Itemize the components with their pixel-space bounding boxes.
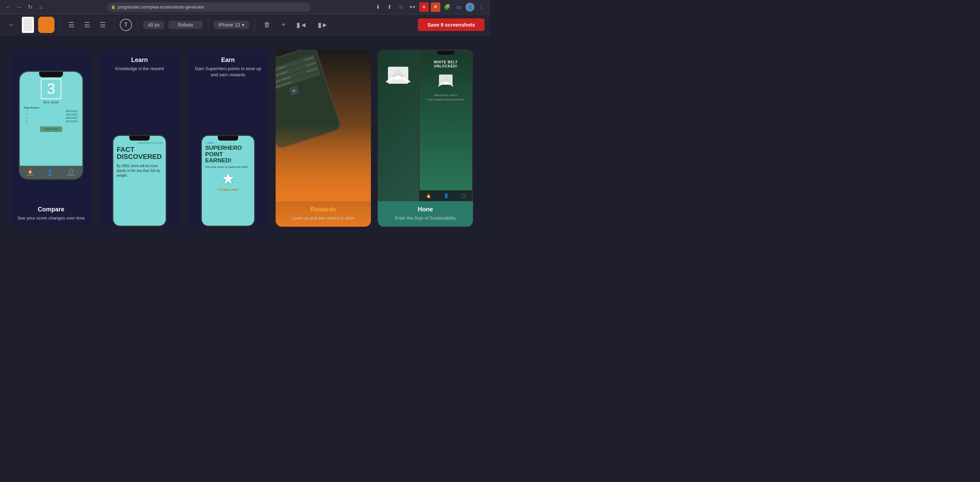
card-compare[interactable]: 3 Nice work! Past Scores ↑ 208/22/2022 ↑…: [10, 50, 92, 227]
window-icon[interactable]: ▭: [454, 2, 463, 12]
tab-rewards-label: Rewards: [67, 174, 75, 176]
chevron-down-icon: ▾: [242, 22, 244, 27]
home-button[interactable]: ⌂: [37, 3, 45, 11]
fact-discovered-text: FACT DISCOVERED: [117, 146, 162, 160]
main-content: 3 Nice work! Past Scores ↑ 208/22/2022 ↑…: [0, 35, 490, 241]
address-bar[interactable]: 🔒 progressier.com/pwa-screenshots-genera…: [107, 2, 311, 12]
separator-3: [137, 18, 138, 32]
nice-work-text: Nice work!: [43, 100, 59, 104]
share-icon[interactable]: ⬆: [385, 2, 394, 12]
svg-point-8: [443, 82, 449, 84]
fact-body-text: By 2050, there will be more plastic in t…: [117, 164, 162, 178]
phone-notch: [39, 72, 63, 77]
rewards-tab-icon: ◯: [69, 169, 73, 173]
separator-2: [114, 18, 115, 32]
back-link: < Back: [205, 141, 251, 144]
rewards-text-area: Rewards Level up and see what's in store: [275, 201, 371, 227]
thumbnail-white[interactable]: [22, 17, 34, 33]
rewards-row-1-val: Discounts: [305, 56, 314, 61]
belt-svg-container: [436, 71, 456, 89]
welcome-level-text: Welcome to Level 1: [434, 94, 458, 97]
superhero-point-text: SUPERHERO POINT EARNED!: [205, 145, 251, 164]
phone-notch-earn: [218, 136, 238, 141]
text-t-label: T: [124, 22, 127, 28]
score-row-3: ↓ 608/20/2022: [24, 116, 78, 119]
add-slide-button[interactable]: +: [278, 19, 289, 30]
phone-notch-learn: [129, 136, 150, 141]
learn-subtitle-top: Knowledge is the reward: [99, 66, 180, 72]
rewards-row-2-val: Free Items: [305, 62, 315, 67]
phone-screen-earn: < Back SUPERHERO POINT EARNED! One step …: [202, 136, 254, 226]
card-hone[interactable]: WHITE BELTUNLOCKED! Welcome to Level 1 Y…: [378, 50, 473, 227]
card-earn[interactable]: Earn Gain SuperHero points to level up a…: [187, 50, 269, 227]
ext-badge-2[interactable]: R: [431, 2, 440, 12]
earn-subtitle-text: One step closer to saving the world: [205, 165, 251, 169]
rewards-gradient-overlay: [275, 125, 371, 201]
score-row-4: ↓ 508/19/2022: [24, 119, 78, 123]
tab-you-label: You: [48, 174, 52, 176]
card-compare-title: Compare: [16, 206, 86, 213]
score-row-2: ↑ 008/21/2022: [24, 113, 78, 116]
star-icon: ★: [205, 170, 251, 187]
belt-artwork: [381, 57, 415, 89]
save-button[interactable]: Save 9 screenshots: [418, 18, 485, 31]
menu-icon[interactable]: ⋮: [476, 2, 486, 12]
device-label: iPhone 13: [218, 22, 240, 27]
phone-screen-learn: SUPERHERO RECYCLER FACT DISCOVERED By 20…: [113, 136, 166, 226]
superhero-brand-label: SUPERHERO RECYCLER: [117, 142, 162, 144]
next-slide-button[interactable]: ▮►: [314, 19, 332, 30]
card-compare-text: Compare See your score changes over time: [10, 201, 92, 227]
align-center-icon[interactable]: ☰: [81, 19, 93, 30]
trash-icon[interactable]: 🗑: [260, 19, 274, 30]
ext-badge-1[interactable]: U: [419, 2, 429, 12]
url-text: progressier.com/pwa-screenshots-generato…: [118, 5, 204, 10]
separator-5: [255, 18, 255, 32]
phone-mockup-compare: 3 Nice work! Past Scores ↑ 208/22/2022 ↑…: [19, 71, 83, 180]
lock-icon: 🔒: [111, 5, 116, 9]
align-right-icon[interactable]: ☰: [97, 19, 108, 30]
you-icon: 👤: [47, 169, 52, 173]
download-icon[interactable]: ⬇: [373, 2, 382, 12]
hone-tab-you-icon: 👤: [444, 193, 449, 198]
font-family-selector[interactable]: Roboto: [169, 21, 202, 29]
hone-tab-bar: 🔥 👤 ◯: [420, 190, 472, 201]
earn-title-top: Earn: [187, 57, 269, 64]
hone-subtitle: Enter the Dojo of Sustainability: [383, 215, 468, 221]
unlocked-text: WHITE BELTUNLOCKED!: [434, 60, 458, 68]
rewards-phone-area: P ● Level 2, Streak 1+, Points 2+ Discou…: [275, 50, 371, 201]
hone-tab-rewards-icon: ◯: [461, 193, 466, 198]
score-row-1: ↑ 208/22/2022: [24, 109, 78, 113]
card-rewards[interactable]: P ● Level 2, Streak 1+, Points 2+ Discou…: [275, 50, 371, 227]
phone-screen-compare: 3 Nice work! Past Scores ↑ 208/22/2022 ↑…: [20, 72, 82, 179]
tab-streak: 🔥 Streak: [27, 169, 33, 176]
thumbnail-orange[interactable]: [38, 17, 54, 33]
earn-subtitle-top: Gain SuperHero points to level up and ea…: [187, 66, 269, 78]
refresh-button[interactable]: ↻: [26, 3, 34, 11]
score-number: 3: [41, 79, 61, 99]
phone-mockup-earn: < Back SUPERHERO POINT EARNED! One step …: [201, 135, 255, 227]
align-left-icon[interactable]: ☰: [66, 19, 77, 30]
toolbar-back-button[interactable]: ←: [5, 19, 18, 30]
tab-rewards: ◯ Rewards: [67, 169, 75, 176]
tab-streak-label: Streak: [27, 174, 33, 176]
puzzle-icon[interactable]: 🧩: [442, 2, 452, 12]
hone-title: Hone: [383, 206, 468, 213]
rewards-soon-text: Your rewards will soon be here: [427, 98, 464, 101]
tab-you: 👤 You: [47, 169, 52, 176]
past-scores-label: Past Scores: [24, 106, 40, 109]
font-size-selector[interactable]: 40 px: [143, 21, 164, 29]
back-button[interactable]: ←: [4, 3, 12, 11]
browser-actions: ⬇ ⬆ ☆ 👓 U R 🧩 ▭ 👤 ⋮: [373, 2, 486, 12]
device-selector[interactable]: iPhone 13 ▾: [214, 21, 249, 29]
prev-slide-button[interactable]: ▮◄: [293, 19, 310, 30]
collect-fact-button[interactable]: Collect Fact: [40, 126, 62, 132]
user-avatar[interactable]: 👤: [466, 3, 474, 11]
card-learn[interactable]: Learn Knowledge is the reward SUPERHERO …: [99, 50, 180, 227]
forward-button[interactable]: →: [15, 3, 23, 11]
text-tool-button[interactable]: T: [120, 19, 132, 31]
bookmark-icon[interactable]: ☆: [396, 2, 406, 12]
rewards-subtitle: Level up and see what's in store: [281, 215, 366, 221]
streak-icon: 🔥: [27, 169, 33, 173]
rewards-title: Rewards: [281, 206, 366, 213]
extension-icon[interactable]: 👓: [408, 2, 417, 12]
